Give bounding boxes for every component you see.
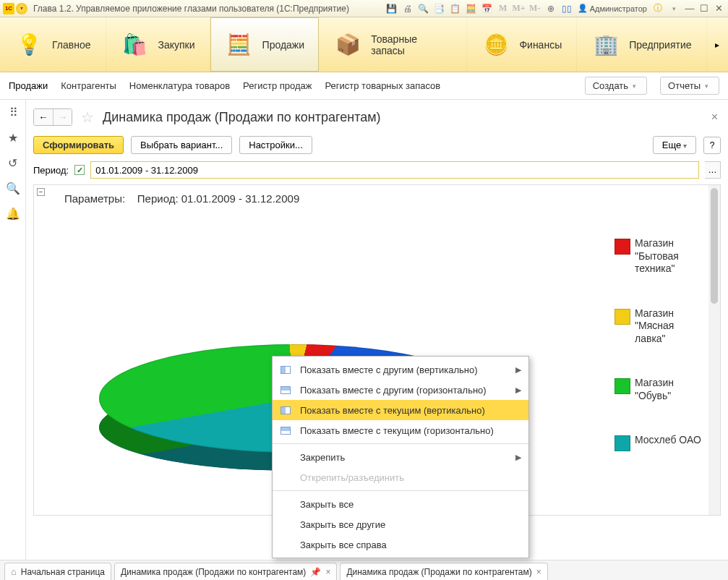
menu-item-2[interactable]: Показать вместе с текущим (вертикально): [273, 400, 528, 420]
menu-item-4[interactable]: Закрепить▶: [273, 447, 528, 467]
reports-label: Отчеты: [668, 80, 701, 91]
create-button[interactable]: Создать▾: [585, 77, 647, 95]
left-sidebar: ⠿ ★ ↺ 🔍 🔔: [0, 100, 26, 560]
preview-icon[interactable]: 🔍: [416, 2, 431, 15]
vertical-scrollbar[interactable]: [708, 185, 720, 515]
minimize-button[interactable]: —: [683, 3, 696, 14]
notifications-icon[interactable]: 🔔: [6, 207, 20, 221]
nav-icon: 🏢: [591, 30, 620, 59]
print-icon[interactable]: 🖨: [401, 2, 415, 15]
menu-icon: [278, 404, 293, 416]
legend-item-1: Магазин "Мясная лавка": [614, 307, 704, 346]
nav-label: Главное: [52, 39, 91, 51]
calendar-icon[interactable]: 📅: [480, 2, 494, 15]
home-icon: ⌂: [11, 566, 17, 577]
period-input[interactable]: 01.01.2009 - 31.12.2009: [90, 161, 699, 179]
tab-close-icon[interactable]: ×: [536, 567, 541, 577]
reports-button[interactable]: Отчеты▾: [660, 77, 719, 95]
nav-item-3[interactable]: 📦Товарные запасы: [320, 17, 467, 72]
info-icon[interactable]: ⓘ: [651, 2, 665, 15]
app-menu-dropdown[interactable]: ▾: [16, 3, 27, 14]
params-period: Период: 01.01.2009 - 31.12.2009: [137, 192, 299, 205]
zoom-icon[interactable]: ⊕: [544, 2, 558, 15]
nav-item-1[interactable]: 🛍️Закупки: [106, 17, 210, 72]
menu-label: Закрыть все справа: [300, 540, 387, 550]
favorites-icon[interactable]: ★: [8, 131, 18, 145]
menu-item-8[interactable]: Закрыть все справа: [273, 534, 528, 555]
panels-icon[interactable]: ▯▯: [560, 2, 574, 15]
compare-icon[interactable]: 📑: [432, 2, 447, 15]
calculator-icon[interactable]: 🧮: [464, 2, 479, 15]
nav-icon: 🛍️: [121, 30, 150, 59]
nav-icon: 💡: [14, 30, 43, 59]
sections-icon[interactable]: ⠿: [9, 106, 17, 119]
nav-item-4[interactable]: 🪙Финансы: [467, 17, 577, 72]
menu-label: Показать вместе с текущим (горизонтально…: [300, 425, 494, 436]
window-tabs: ⌂Начальная страницаДинамика продаж (Прод…: [0, 560, 728, 580]
nav-more-button[interactable]: ▸: [707, 17, 729, 72]
context-menu: Показать вместе с другим (вертикально)▶П…: [272, 356, 529, 558]
favorite-star-icon[interactable]: ☆: [81, 108, 94, 126]
m-icon[interactable]: M: [496, 2, 510, 15]
info-dd-icon[interactable]: ▾: [667, 2, 681, 15]
form-button[interactable]: Сформировать: [33, 136, 124, 154]
nav-item-2[interactable]: 🧮Продажи: [210, 17, 320, 72]
tab-label: Начальная страница: [21, 567, 105, 577]
close-button[interactable]: ✕: [712, 3, 725, 14]
variant-button[interactable]: Выбрать вариант...: [131, 136, 232, 154]
menu-item-6[interactable]: Закрыть все: [273, 494, 528, 514]
nav-label: Продажи: [262, 39, 304, 51]
m-minus-icon[interactable]: M-: [528, 2, 542, 15]
more-button[interactable]: Еще: [653, 136, 696, 154]
tab-label: Динамика продаж (Продажи по контрагентам…: [121, 567, 306, 577]
period-select-button[interactable]: …: [705, 161, 721, 179]
chart-legend: Магазин "Бытовая техника"Магазин "Мясная…: [614, 237, 704, 483]
menu-item-1[interactable]: Показать вместе с другим (горизонтально)…: [273, 380, 528, 400]
nav-item-0[interactable]: 💡Главное: [0, 17, 106, 72]
menu-label: Закрыть все: [300, 499, 354, 510]
user-icon: 👤: [578, 4, 588, 13]
forward-button[interactable]: →: [53, 109, 72, 125]
nav-label: Закупки: [158, 39, 195, 51]
search-icon[interactable]: 🔍: [6, 182, 20, 195]
params-label: Параметры:: [64, 192, 125, 205]
settings-button[interactable]: Настройки...: [239, 136, 312, 154]
page-close-button[interactable]: ×: [708, 111, 721, 124]
tab-close-icon[interactable]: ×: [325, 567, 330, 577]
tab-0[interactable]: ⌂Начальная страница: [4, 563, 111, 580]
menu-label: Закрепить: [300, 452, 345, 463]
page-title: Динамика продаж (Продажи по контрагентам…: [103, 110, 381, 125]
subnav-item-1[interactable]: Контрагенты: [61, 80, 116, 91]
titlebar: 1C ▾ Глава 1.2. Управляемое приложение г…: [0, 0, 728, 17]
nav-icon: 🪙: [481, 30, 510, 59]
create-label: Создать: [593, 80, 628, 91]
menu-item-3[interactable]: Показать вместе с текущим (горизонтально…: [273, 420, 528, 440]
legend-swatch: [614, 239, 630, 255]
period-checkbox[interactable]: ✓: [74, 165, 85, 175]
subnav-item-0[interactable]: Продажи: [9, 80, 48, 91]
menu-icon: [278, 425, 293, 436]
nav-icon: 📦: [334, 30, 362, 59]
user-indicator[interactable]: 👤Администратор: [578, 4, 647, 13]
submenu-arrow-icon: ▶: [515, 365, 521, 375]
tab-2[interactable]: Динамика продаж (Продажи по контрагентам…: [340, 563, 547, 580]
history-icon[interactable]: ↺: [8, 156, 17, 170]
back-button[interactable]: ←: [34, 109, 53, 125]
collapse-toggle[interactable]: −: [37, 188, 45, 196]
m-plus-icon[interactable]: M+: [512, 2, 526, 15]
save-icon[interactable]: 💾: [385, 2, 399, 15]
menu-item-0[interactable]: Показать вместе с другим (вертикально)▶: [273, 359, 528, 380]
help-button[interactable]: ?: [703, 137, 721, 154]
subnav-item-4[interactable]: Регистр товарных запасов: [325, 80, 440, 91]
nav-label: Финансы: [519, 39, 562, 51]
nav-item-5[interactable]: 🏢Предприятие: [577, 17, 706, 72]
tab-1[interactable]: Динамика продаж (Продажи по контрагентам…: [114, 563, 337, 580]
window-title: Глава 1.2. Управляемое приложение глазам…: [33, 4, 349, 14]
clipboard-icon[interactable]: 📋: [448, 2, 463, 15]
subnav-item-3[interactable]: Регистр продаж: [243, 80, 312, 91]
main-nav: 💡Главное🛍️Закупки🧮Продажи📦Товарные запас…: [0, 17, 728, 72]
maximize-button[interactable]: ☐: [698, 3, 711, 14]
subnav-item-2[interactable]: Номенклатура товаров: [129, 80, 230, 91]
menu-item-7[interactable]: Закрыть все другие: [273, 514, 528, 534]
nav-buttons: ← →: [33, 108, 72, 126]
